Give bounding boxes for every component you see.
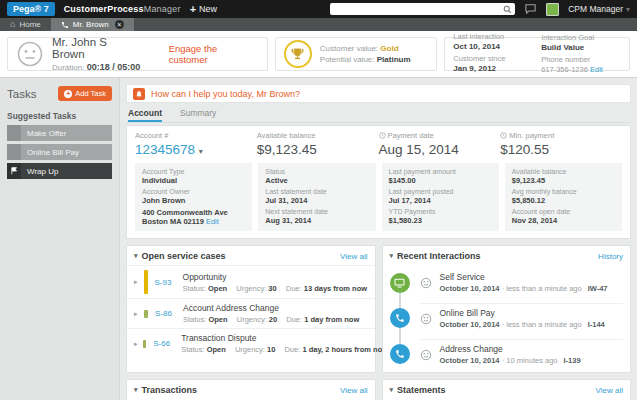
case-row[interactable]: ▸ S-86 Account Address Change Status: Op… bbox=[127, 298, 375, 328]
expander-icon[interactable]: ▸ bbox=[134, 310, 144, 318]
greeting-text: How can I help you today, Mr Brown? bbox=[151, 89, 300, 99]
field-value: $1,580.23 bbox=[389, 216, 492, 225]
case-body: Account Address Change Status: Open Urge… bbox=[183, 303, 366, 324]
available-balance-label: Available balance bbox=[257, 131, 379, 140]
interaction-row[interactable]: Self Service October 10, 2014 · less tha… bbox=[383, 265, 631, 300]
tab-home[interactable]: ⌂ Home bbox=[0, 18, 51, 31]
task-item-make-offer[interactable]: Make Offer bbox=[7, 125, 112, 141]
interaction-date: October 10, 2014 bbox=[440, 284, 500, 293]
account-detail-box-balances: Available balance $9,123.45 Avg monthly … bbox=[505, 163, 622, 231]
add-task-button[interactable]: + Add Task bbox=[58, 86, 112, 101]
statements-header[interactable]: ▾Statements bbox=[390, 385, 446, 395]
field-value: Individual bbox=[142, 176, 245, 185]
collapse-icon: ▾ bbox=[134, 252, 138, 260]
search-box[interactable] bbox=[330, 3, 515, 15]
new-button[interactable]: + New bbox=[190, 4, 217, 14]
tab-summary[interactable]: Summary bbox=[180, 108, 216, 122]
task-item-wrap-up[interactable]: Wrap Up bbox=[7, 163, 112, 179]
phone-value: 617-356-1236 bbox=[541, 65, 588, 74]
case-title: Opportunity bbox=[183, 272, 368, 282]
expander-icon[interactable]: ▸ bbox=[134, 340, 143, 348]
case-id-link[interactable]: S-86 bbox=[155, 309, 183, 318]
case-row[interactable]: ▸ S-66 Transaction Dispute Status: Open … bbox=[127, 328, 375, 358]
app-title-bold: CustomerProcess bbox=[64, 4, 144, 14]
history-link[interactable]: History bbox=[598, 252, 623, 261]
account-detail-box-status: Status Active Last statement date Jul 31… bbox=[258, 163, 375, 231]
field-label: Account Type bbox=[142, 168, 245, 176]
task-label: Online Bill Pay bbox=[27, 148, 79, 157]
transactions-view-all-link[interactable]: View all bbox=[340, 386, 367, 395]
tasks-title: Tasks bbox=[7, 88, 36, 100]
interaction-date: October 10, 2014 bbox=[440, 320, 500, 329]
field-label: YTD Payments bbox=[389, 208, 492, 216]
account-tabs: Account Summary bbox=[126, 108, 631, 123]
task-label: Make Offer bbox=[27, 129, 66, 138]
cases-view-all-link[interactable]: View all bbox=[340, 252, 367, 261]
tab-account[interactable]: Account bbox=[128, 108, 162, 122]
customer-since-label: Customer since bbox=[453, 54, 505, 63]
smiley-icon bbox=[420, 277, 432, 289]
urgency-bar bbox=[143, 340, 146, 348]
field-label: Last payment posted bbox=[389, 188, 492, 196]
close-icon[interactable]: × bbox=[115, 20, 124, 29]
account-detail-box-payments: Last payment amount $145.00 Last payment… bbox=[382, 163, 499, 231]
case-id-link[interactable]: S-93 bbox=[155, 278, 183, 287]
section-title: Open service cases bbox=[142, 251, 226, 261]
task-item-online-bill-pay[interactable]: Online Bill Pay bbox=[7, 144, 112, 160]
status-value: Open bbox=[207, 345, 226, 354]
field-label: Status bbox=[265, 168, 368, 176]
app-title-light: Manager bbox=[144, 4, 181, 14]
field-value: John Brown bbox=[142, 196, 245, 205]
due-value: 13 days from now bbox=[304, 284, 367, 293]
case-id-link[interactable]: S-66 bbox=[153, 339, 181, 348]
section-title: Statements bbox=[397, 385, 446, 395]
urgency-label: Urgency: bbox=[236, 284, 266, 293]
status-label: Status: bbox=[183, 315, 206, 324]
engage-prompt: Engage the customer bbox=[169, 43, 259, 65]
expander-icon[interactable]: ▸ bbox=[134, 278, 144, 286]
interaction-ago: · less than a minute ago bbox=[502, 320, 582, 329]
customer-value: Gold bbox=[380, 44, 398, 53]
field-value: Jul 31, 2014 bbox=[265, 196, 368, 205]
pega-logo: Pega® 7 bbox=[7, 2, 55, 16]
recent-interactions-header[interactable]: ▾Recent Interactions bbox=[390, 251, 481, 261]
recent-interactions-card: ▾Recent Interactions History Self Servic… bbox=[382, 245, 632, 373]
available-balance-value: $9,123.45 bbox=[257, 142, 379, 157]
chat-icon[interactable] bbox=[524, 4, 537, 15]
search-input[interactable] bbox=[330, 4, 503, 14]
interaction-row[interactable]: Address Change October 10, 2014 · 10 min… bbox=[383, 336, 631, 372]
statements-card: ▾Statements View all Month Start balance… bbox=[382, 379, 632, 400]
duration-value: 00:18 / 05:00 bbox=[87, 62, 141, 72]
interaction-ago: · less than a minute ago bbox=[502, 284, 582, 293]
field-value: $9,123.45 bbox=[512, 176, 615, 185]
phone-label: Phone number bbox=[541, 55, 590, 64]
statements-view-all-link[interactable]: View all bbox=[596, 386, 623, 395]
interaction-title: Address Change bbox=[440, 344, 581, 354]
case-row[interactable]: ▸ S-93 Opportunity Status: Open Urgency:… bbox=[127, 265, 375, 298]
case-meta: Status: Open Urgency: 10 Due: 1 day, 2 h… bbox=[181, 345, 367, 354]
open-service-cases-header[interactable]: ▾Open service cases bbox=[134, 251, 226, 261]
clock-icon bbox=[379, 132, 386, 139]
user-menu[interactable]: CPM Manager ▾ bbox=[568, 4, 630, 14]
field-label: Next statement date bbox=[265, 208, 368, 216]
case-body: Opportunity Status: Open Urgency: 30 Due… bbox=[183, 272, 368, 293]
transactions-header[interactable]: ▾Transactions bbox=[134, 385, 197, 395]
due-label: Due: bbox=[284, 345, 300, 354]
user-avatar[interactable] bbox=[546, 3, 559, 16]
field-value: $5,850.12 bbox=[512, 196, 615, 205]
edit-address-link[interactable]: Edit bbox=[206, 217, 219, 226]
interaction-id: IW-47 bbox=[588, 284, 608, 293]
interaction-text: Online Bill Pay October 10, 2014 · less … bbox=[440, 308, 605, 329]
interaction-row[interactable]: Online Bill Pay October 10, 2014 · less … bbox=[383, 300, 631, 336]
customer-header: Mr. John S Brown Duration: 00:18 / 05:00… bbox=[0, 31, 637, 78]
edit-phone-link[interactable]: Edit bbox=[590, 65, 603, 74]
tab-customer[interactable]: Mr. Brown × bbox=[51, 18, 134, 31]
account-number-dropdown[interactable]: 12345678 ▾ bbox=[135, 142, 257, 157]
meta-col-left: Last interaction Oct 10, 2014 Customer s… bbox=[453, 32, 533, 76]
search-icon[interactable] bbox=[503, 5, 515, 14]
self-service-icon bbox=[390, 273, 410, 293]
field-label: Last payment amount bbox=[389, 168, 492, 176]
account-detail-box-owner: Account Type Individual Account Owner Jo… bbox=[135, 163, 252, 231]
case-meta: Status: Open Urgency: 30 Due: 13 days fr… bbox=[183, 284, 368, 293]
chevron-down-icon: ▾ bbox=[199, 147, 203, 156]
